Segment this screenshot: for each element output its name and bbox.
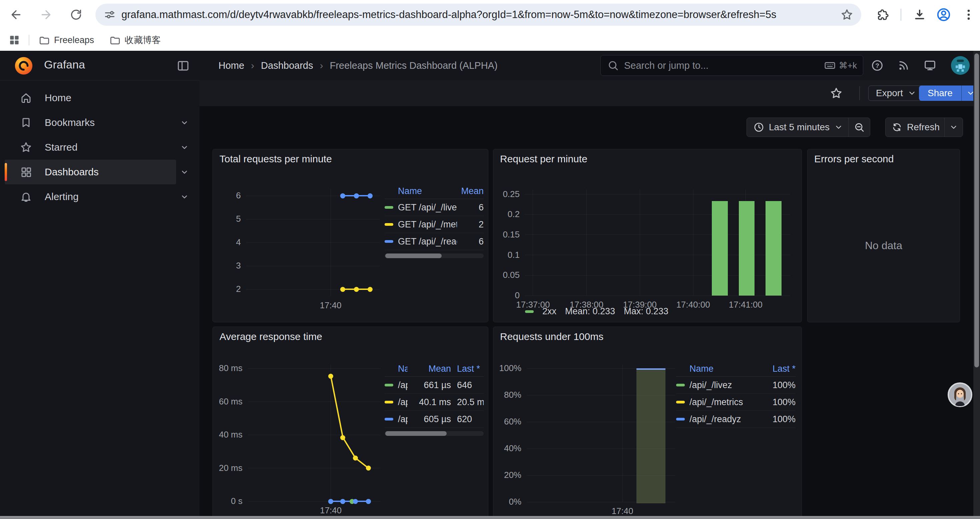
- panel-title[interactable]: Errors per second: [814, 153, 894, 164]
- favorite-star-icon[interactable]: [830, 87, 843, 99]
- back-icon[interactable]: [10, 8, 23, 21]
- legend-column-header[interactable]: Name: [398, 364, 407, 374]
- legend-cell: 100%: [756, 380, 795, 390]
- dashboards-grid-icon: [20, 166, 32, 178]
- legend-cell: 646: [451, 380, 484, 390]
- sidebar-item-label: Bookmarks: [45, 117, 95, 128]
- series-color-pill: [676, 401, 685, 404]
- forward-icon[interactable]: [39, 8, 53, 21]
- x-axis-label: 17:40:00: [663, 300, 723, 310]
- legend-header-row: NameMeanLast *: [385, 361, 484, 377]
- series-color-pill: [385, 384, 393, 386]
- series-color-pill: [385, 206, 393, 209]
- legend-column-header[interactable]: Name: [689, 364, 756, 374]
- legend-row[interactable]: /api/_/readyz100%: [676, 411, 795, 428]
- sidebar-item-dashboards[interactable]: Dashboards: [5, 160, 176, 184]
- legend-row[interactable]: /api/_/readyz605 µs620: [385, 411, 484, 428]
- data-point: [366, 499, 371, 504]
- legend-row[interactable]: /api/_/livez100%: [676, 377, 795, 394]
- legend-row[interactable]: /api/_/metrics40.1 ms20.5 ms: [385, 394, 484, 411]
- legend-row[interactable]: GET /api/_/readyz6: [385, 233, 484, 250]
- monitor-kiosk-icon[interactable]: [924, 59, 936, 72]
- legend[interactable]: 2xxMean: 0.233Max: 0.233: [525, 306, 668, 316]
- share-button[interactable]: Share: [919, 86, 961, 101]
- time-range-picker[interactable]: Last 5 minutes: [746, 118, 870, 137]
- sidebar-item-bookmarks[interactable]: Bookmarks: [5, 110, 176, 135]
- refresh-picker[interactable]: Refresh: [885, 118, 963, 137]
- x-axis-label: 17:40: [301, 300, 361, 311]
- breadcrumb-item[interactable]: Home: [218, 60, 244, 71]
- export-button[interactable]: Export: [868, 86, 924, 101]
- url-text[interactable]: grafana.mathmast.com/d/deytv4rwavabkb/fr…: [121, 9, 841, 21]
- breadcrumb-item[interactable]: Dashboards: [261, 60, 313, 71]
- sidebar-item-home[interactable]: Home: [5, 86, 176, 110]
- profile-icon[interactable]: [936, 7, 951, 22]
- horizontal-scrollbar[interactable]: [0, 516, 980, 519]
- user-avatar[interactable]: [951, 56, 970, 76]
- sidebar-item-alerting[interactable]: Alerting: [5, 184, 176, 209]
- sidebar-item-label: Dashboards: [45, 166, 99, 178]
- vertical-scrollbar[interactable]: [973, 51, 980, 519]
- scrollbar-thumb[interactable]: [974, 53, 979, 367]
- legend-series-label[interactable]: 2xx: [542, 306, 556, 316]
- legend-scrollbar[interactable]: [385, 254, 484, 258]
- y-axis-label: 0%: [493, 497, 521, 507]
- clock-icon: [754, 122, 764, 133]
- legend-column-header[interactable]: Mean: [407, 364, 451, 374]
- chevron-down-icon: [908, 89, 916, 97]
- scrollbar-thumb[interactable]: [385, 431, 447, 436]
- legend-column-header[interactable]: Last *: [756, 364, 795, 374]
- sidebar-collapse-icon[interactable]: [177, 59, 189, 72]
- chevron-down-icon[interactable]: [949, 123, 958, 132]
- v-gridline: [533, 189, 533, 295]
- series-lines: [248, 364, 380, 501]
- data-point: [354, 287, 359, 292]
- assistant-avatar-overlay[interactable]: [947, 382, 973, 409]
- chevron-down-icon[interactable]: [180, 167, 189, 177]
- brand-name[interactable]: Grafana: [44, 58, 85, 71]
- legend-row[interactable]: GET /api/_/livez6: [385, 199, 484, 216]
- legend-row[interactable]: /api/_/metrics100%: [676, 394, 795, 411]
- y-axis-label: 0: [493, 290, 520, 300]
- extensions-icon[interactable]: [876, 8, 889, 21]
- y-axis-label: 0 s: [213, 496, 242, 506]
- chevron-down-icon[interactable]: [180, 118, 189, 128]
- legend-cell: /api/_/livez: [689, 380, 756, 390]
- scrollbar-thumb[interactable]: [385, 254, 442, 258]
- apps-grid-icon[interactable]: [8, 34, 21, 46]
- legend-row[interactable]: GET /api/_/metrics2: [385, 216, 484, 233]
- news-rss-icon[interactable]: [897, 59, 910, 72]
- download-icon[interactable]: [913, 8, 926, 21]
- reload-icon[interactable]: [69, 8, 83, 21]
- legend-column-header[interactable]: Mean: [457, 186, 484, 196]
- keyboard-icon: [824, 60, 835, 71]
- grafana-app: Grafana Home Bookmarks Starred: [0, 51, 980, 519]
- panel-requests-under-100ms: Requests under 100ms 100%80%60%40%20%0%1…: [493, 327, 802, 519]
- url-bar[interactable]: grafana.mathmast.com/d/deytv4rwavabkb/fr…: [95, 4, 861, 26]
- site-settings-icon[interactable]: [103, 8, 116, 21]
- legend-scrollbar[interactable]: [385, 431, 484, 436]
- chevron-down-icon[interactable]: [180, 142, 189, 152]
- v-gridline: [586, 189, 587, 295]
- bookmark-folder-freeleaps[interactable]: Freeleaps: [39, 34, 94, 46]
- y-axis-label: 0.1: [493, 250, 520, 260]
- legend-cell: /api/_/readyz: [398, 414, 407, 425]
- legend-column-header[interactable]: Last *: [451, 364, 484, 374]
- legend-row[interactable]: /api/_/livez661 µs646: [385, 377, 484, 394]
- series-color-pill: [385, 401, 393, 404]
- zoom-out-icon[interactable]: [854, 122, 865, 133]
- v-gridline: [622, 364, 623, 502]
- search-input[interactable]: Search or jump to... ⌘+k: [600, 55, 863, 76]
- sidebar-item-label: Alerting: [45, 191, 79, 203]
- browser-menu-kebab-icon[interactable]: [962, 8, 975, 21]
- sidebar-item-starred[interactable]: Starred: [5, 135, 176, 160]
- series-color-pill: [525, 310, 534, 313]
- chevron-down-icon[interactable]: [180, 192, 189, 202]
- bookmark-star-icon[interactable]: [841, 8, 853, 21]
- data-point: [353, 455, 358, 461]
- panel-request-per-minute: Request per minute 0.250.20.150.10.05017…: [493, 149, 802, 322]
- help-icon[interactable]: ?: [871, 59, 884, 72]
- legend-column-header[interactable]: Name: [398, 186, 457, 196]
- bookmark-folder-blogs[interactable]: 收藏博客: [110, 34, 161, 46]
- grafana-logo-icon[interactable]: [13, 55, 34, 77]
